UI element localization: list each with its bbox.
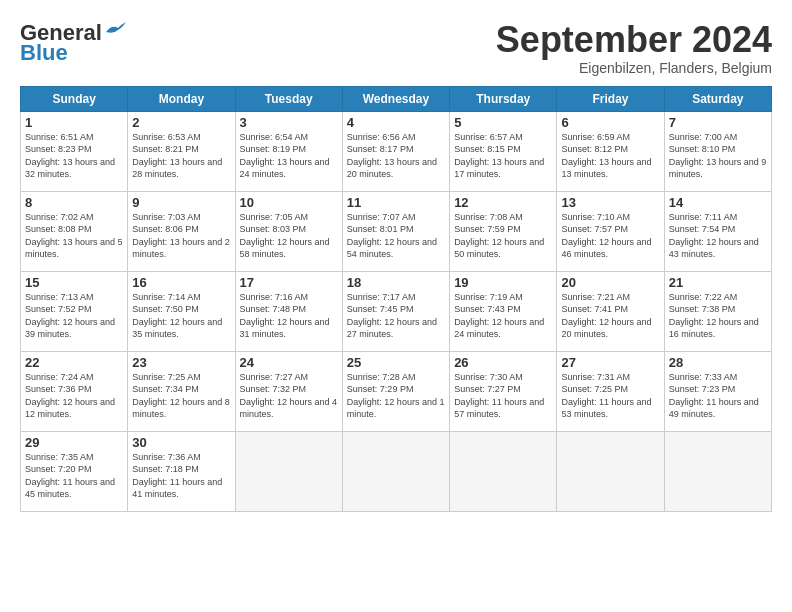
calendar-cell: 24Sunrise: 7:27 AMSunset: 7:32 PMDayligh…	[235, 351, 342, 431]
day-info: Sunrise: 6:57 AMSunset: 8:15 PMDaylight:…	[454, 131, 552, 181]
logo-bird-icon	[104, 22, 126, 38]
day-info: Sunrise: 7:08 AMSunset: 7:59 PMDaylight:…	[454, 211, 552, 261]
calendar-cell: 3Sunrise: 6:54 AMSunset: 8:19 PMDaylight…	[235, 111, 342, 191]
day-info: Sunrise: 7:11 AMSunset: 7:54 PMDaylight:…	[669, 211, 767, 261]
calendar-cell	[342, 431, 449, 511]
calendar-cell: 6Sunrise: 6:59 AMSunset: 8:12 PMDaylight…	[557, 111, 664, 191]
day-number: 3	[240, 115, 338, 130]
day-number: 6	[561, 115, 659, 130]
calendar-table: SundayMondayTuesdayWednesdayThursdayFrid…	[20, 86, 772, 512]
day-info: Sunrise: 7:05 AMSunset: 8:03 PMDaylight:…	[240, 211, 338, 261]
day-info: Sunrise: 7:28 AMSunset: 7:29 PMDaylight:…	[347, 371, 445, 421]
day-number: 26	[454, 355, 552, 370]
day-info: Sunrise: 7:22 AMSunset: 7:38 PMDaylight:…	[669, 291, 767, 341]
day-info: Sunrise: 7:33 AMSunset: 7:23 PMDaylight:…	[669, 371, 767, 421]
day-info: Sunrise: 6:56 AMSunset: 8:17 PMDaylight:…	[347, 131, 445, 181]
calendar-cell: 12Sunrise: 7:08 AMSunset: 7:59 PMDayligh…	[450, 191, 557, 271]
day-number: 21	[669, 275, 767, 290]
day-number: 5	[454, 115, 552, 130]
day-header-thursday: Thursday	[450, 86, 557, 111]
day-number: 9	[132, 195, 230, 210]
day-number: 12	[454, 195, 552, 210]
day-info: Sunrise: 7:14 AMSunset: 7:50 PMDaylight:…	[132, 291, 230, 341]
calendar-cell: 17Sunrise: 7:16 AMSunset: 7:48 PMDayligh…	[235, 271, 342, 351]
calendar-cell: 26Sunrise: 7:30 AMSunset: 7:27 PMDayligh…	[450, 351, 557, 431]
calendar-cell	[450, 431, 557, 511]
calendar-cell: 5Sunrise: 6:57 AMSunset: 8:15 PMDaylight…	[450, 111, 557, 191]
day-info: Sunrise: 7:10 AMSunset: 7:57 PMDaylight:…	[561, 211, 659, 261]
day-header-monday: Monday	[128, 86, 235, 111]
day-info: Sunrise: 7:17 AMSunset: 7:45 PMDaylight:…	[347, 291, 445, 341]
calendar-week-row: 29Sunrise: 7:35 AMSunset: 7:20 PMDayligh…	[21, 431, 772, 511]
calendar-cell: 10Sunrise: 7:05 AMSunset: 8:03 PMDayligh…	[235, 191, 342, 271]
day-number: 20	[561, 275, 659, 290]
calendar-cell: 11Sunrise: 7:07 AMSunset: 8:01 PMDayligh…	[342, 191, 449, 271]
day-header-sunday: Sunday	[21, 86, 128, 111]
day-header-wednesday: Wednesday	[342, 86, 449, 111]
day-info: Sunrise: 7:13 AMSunset: 7:52 PMDaylight:…	[25, 291, 123, 341]
calendar-week-row: 1Sunrise: 6:51 AMSunset: 8:23 PMDaylight…	[21, 111, 772, 191]
day-info: Sunrise: 7:25 AMSunset: 7:34 PMDaylight:…	[132, 371, 230, 421]
day-number: 15	[25, 275, 123, 290]
month-title: September 2024	[496, 20, 772, 60]
calendar-cell: 9Sunrise: 7:03 AMSunset: 8:06 PMDaylight…	[128, 191, 235, 271]
day-info: Sunrise: 7:36 AMSunset: 7:18 PMDaylight:…	[132, 451, 230, 501]
day-number: 2	[132, 115, 230, 130]
calendar-cell: 23Sunrise: 7:25 AMSunset: 7:34 PMDayligh…	[128, 351, 235, 431]
day-number: 30	[132, 435, 230, 450]
day-header-saturday: Saturday	[664, 86, 771, 111]
day-number: 29	[25, 435, 123, 450]
day-header-tuesday: Tuesday	[235, 86, 342, 111]
location: Eigenbilzen, Flanders, Belgium	[496, 60, 772, 76]
day-number: 18	[347, 275, 445, 290]
day-number: 28	[669, 355, 767, 370]
calendar-cell: 13Sunrise: 7:10 AMSunset: 7:57 PMDayligh…	[557, 191, 664, 271]
header: General Blue September 2024 Eigenbilzen,…	[20, 20, 772, 76]
calendar-cell: 21Sunrise: 7:22 AMSunset: 7:38 PMDayligh…	[664, 271, 771, 351]
calendar-cell: 28Sunrise: 7:33 AMSunset: 7:23 PMDayligh…	[664, 351, 771, 431]
calendar-cell: 1Sunrise: 6:51 AMSunset: 8:23 PMDaylight…	[21, 111, 128, 191]
day-number: 8	[25, 195, 123, 210]
day-info: Sunrise: 7:03 AMSunset: 8:06 PMDaylight:…	[132, 211, 230, 261]
calendar-cell: 7Sunrise: 7:00 AMSunset: 8:10 PMDaylight…	[664, 111, 771, 191]
page: General Blue September 2024 Eigenbilzen,…	[0, 0, 792, 612]
calendar-cell	[664, 431, 771, 511]
day-number: 14	[669, 195, 767, 210]
logo-blue: Blue	[20, 40, 68, 66]
day-info: Sunrise: 7:27 AMSunset: 7:32 PMDaylight:…	[240, 371, 338, 421]
day-info: Sunrise: 6:51 AMSunset: 8:23 PMDaylight:…	[25, 131, 123, 181]
day-info: Sunrise: 6:54 AMSunset: 8:19 PMDaylight:…	[240, 131, 338, 181]
calendar-cell: 20Sunrise: 7:21 AMSunset: 7:41 PMDayligh…	[557, 271, 664, 351]
calendar-week-row: 8Sunrise: 7:02 AMSunset: 8:08 PMDaylight…	[21, 191, 772, 271]
day-number: 17	[240, 275, 338, 290]
day-info: Sunrise: 6:59 AMSunset: 8:12 PMDaylight:…	[561, 131, 659, 181]
day-number: 25	[347, 355, 445, 370]
calendar-cell	[235, 431, 342, 511]
day-info: Sunrise: 7:21 AMSunset: 7:41 PMDaylight:…	[561, 291, 659, 341]
logo: General Blue	[20, 20, 126, 66]
day-info: Sunrise: 7:31 AMSunset: 7:25 PMDaylight:…	[561, 371, 659, 421]
day-number: 19	[454, 275, 552, 290]
calendar-cell: 15Sunrise: 7:13 AMSunset: 7:52 PMDayligh…	[21, 271, 128, 351]
day-info: Sunrise: 7:02 AMSunset: 8:08 PMDaylight:…	[25, 211, 123, 261]
calendar-cell: 25Sunrise: 7:28 AMSunset: 7:29 PMDayligh…	[342, 351, 449, 431]
calendar-cell: 22Sunrise: 7:24 AMSunset: 7:36 PMDayligh…	[21, 351, 128, 431]
day-info: Sunrise: 7:19 AMSunset: 7:43 PMDaylight:…	[454, 291, 552, 341]
day-info: Sunrise: 7:16 AMSunset: 7:48 PMDaylight:…	[240, 291, 338, 341]
calendar-cell: 2Sunrise: 6:53 AMSunset: 8:21 PMDaylight…	[128, 111, 235, 191]
calendar-cell	[557, 431, 664, 511]
calendar-week-row: 22Sunrise: 7:24 AMSunset: 7:36 PMDayligh…	[21, 351, 772, 431]
day-number: 23	[132, 355, 230, 370]
title-block: September 2024 Eigenbilzen, Flanders, Be…	[496, 20, 772, 76]
calendar-cell: 29Sunrise: 7:35 AMSunset: 7:20 PMDayligh…	[21, 431, 128, 511]
calendar-cell: 14Sunrise: 7:11 AMSunset: 7:54 PMDayligh…	[664, 191, 771, 271]
day-header-friday: Friday	[557, 86, 664, 111]
day-number: 11	[347, 195, 445, 210]
calendar-cell: 19Sunrise: 7:19 AMSunset: 7:43 PMDayligh…	[450, 271, 557, 351]
calendar-cell: 30Sunrise: 7:36 AMSunset: 7:18 PMDayligh…	[128, 431, 235, 511]
day-info: Sunrise: 7:24 AMSunset: 7:36 PMDaylight:…	[25, 371, 123, 421]
day-number: 22	[25, 355, 123, 370]
day-number: 24	[240, 355, 338, 370]
day-number: 16	[132, 275, 230, 290]
days-header-row: SundayMondayTuesdayWednesdayThursdayFrid…	[21, 86, 772, 111]
